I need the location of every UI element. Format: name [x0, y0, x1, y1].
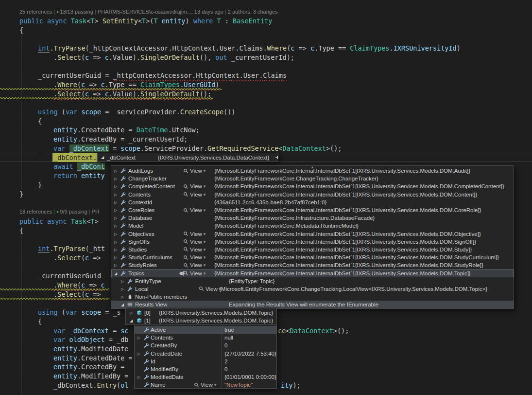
- expand-icon[interactable]: ▷: [114, 263, 117, 268]
- expand-icon[interactable]: ▷: [114, 192, 117, 197]
- codelens-history[interactable]: PH: [92, 209, 99, 215]
- watch-row[interactable]: ▷StudyCurriculumsView▾{Microsoft.EntityF…: [111, 253, 514, 261]
- datatip-header[interactable]: ◢ _dbContext {IXRS.University.Services.D…: [97, 153, 278, 162]
- collapse-icon[interactable]: ◢: [101, 155, 104, 160]
- watch-row[interactable]: Id2: [135, 358, 276, 365]
- property-icon: [144, 327, 149, 333]
- watch-row[interactable]: ▷ContentsView▾{Microsoft.EntityFramework…: [111, 191, 514, 198]
- expand-icon[interactable]: ▷: [130, 311, 133, 315]
- view-link[interactable]: View▾: [183, 183, 206, 189]
- member-value: 0: [224, 342, 227, 348]
- watch-row[interactable]: ◢[1]{IXRS.University.Services.Models.DOM…: [126, 317, 276, 324]
- view-dropdown-icon[interactable]: ▾: [204, 247, 206, 252]
- expand-icon[interactable]: ▷: [114, 224, 117, 228]
- watch-row[interactable]: ▷Contentsnull: [135, 334, 276, 341]
- watch-row[interactable]: ▷AuditLogsView▾{Microsoft.EntityFramewor…: [111, 167, 514, 175]
- view-dropdown-icon[interactable]: ▾: [204, 208, 206, 213]
- view-link[interactable]: View▾: [183, 239, 206, 245]
- expand-icon[interactable]: ▷: [121, 287, 124, 291]
- watch-row[interactable]: ▷ChangeTracker{Microsoft.EntityFramework…: [111, 175, 514, 182]
- watch-row[interactable]: ▷Model{Microsoft.EntityFrameworkCore.Met…: [111, 222, 514, 230]
- member-value: {EntityType: Topic}: [229, 278, 275, 284]
- member-name: ChangeTracker: [128, 176, 167, 181]
- codelens-references[interactable]: 25 references: [19, 9, 52, 15]
- watch-row[interactable]: ▷Database{Microsoft.EntityFrameworkCore.…: [111, 214, 514, 222]
- codelens-tests[interactable]: 13/13 passing: [60, 9, 93, 15]
- expand-icon[interactable]: ▷: [114, 169, 117, 173]
- view-link[interactable]: View▾: [183, 192, 206, 198]
- view-link[interactable]: View▾: [194, 382, 216, 388]
- view-link[interactable]: View▾: [183, 207, 206, 213]
- view-link[interactable]: View▾: [183, 270, 206, 276]
- codelens-tests[interactable]: 9/9 passing: [60, 209, 87, 215]
- expand-icon[interactable]: ▷: [114, 239, 117, 244]
- property-icon: [127, 286, 133, 291]
- collapse-icon[interactable]: ◢: [114, 271, 117, 275]
- code-line: }: [38, 180, 42, 190]
- expand-icon[interactable]: ▷: [114, 177, 117, 181]
- view-link[interactable]: View▾: [183, 231, 206, 237]
- member-value: null: [224, 335, 233, 341]
- watch-row[interactable]: ▷ModifiedDate{01/01/0001 0:00:00}: [135, 373, 276, 381]
- expand-icon[interactable]: ▷: [137, 336, 140, 340]
- view-link[interactable]: View▾: [199, 286, 221, 292]
- view-link[interactable]: View▾: [183, 247, 206, 252]
- watch-row[interactable]: ▷CoreRolesView▾{Microsoft.EntityFramewor…: [111, 206, 514, 214]
- member-value: {Microsoft.EntityFrameworkCore.ChangeTra…: [219, 286, 487, 292]
- expand-icon[interactable]: ▷: [137, 375, 140, 379]
- watch-row[interactable]: Activetrue: [135, 326, 276, 334]
- view-dropdown-icon[interactable]: ▾: [204, 263, 206, 268]
- pin-icon[interactable]: [275, 155, 278, 160]
- expand-icon[interactable]: ▷: [137, 351, 140, 356]
- watch-row[interactable]: NameView▾"NewTopic": [135, 381, 276, 389]
- view-link[interactable]: View▾: [183, 168, 206, 174]
- expand-icon[interactable]: ▷: [114, 184, 117, 189]
- expand-icon[interactable]: ▷: [121, 279, 124, 283]
- watch-row[interactable]: ModifiedBy0: [135, 365, 276, 373]
- datatip-expression: _dbContext: [107, 155, 136, 161]
- view-dropdown-icon[interactable]: ▾: [204, 271, 206, 276]
- code-line: int.TryParse(_htt: [38, 244, 105, 253]
- collapse-icon[interactable]: ◢: [130, 319, 133, 323]
- view-link[interactable]: View▾: [183, 262, 206, 268]
- watch-row[interactable]: ▷[0]{IXRS.University.Services.Models.DOM…: [126, 309, 276, 317]
- code-line: int.TryParse(_httpContextAccessor.HttpCo…: [38, 44, 461, 53]
- codelens-references[interactable]: 18 references: [19, 209, 52, 215]
- view-dropdown-icon[interactable]: ▾: [204, 255, 206, 260]
- view-link[interactable]: View▾: [183, 254, 206, 260]
- expand-icon[interactable]: ▷: [121, 295, 124, 299]
- collapse-icon[interactable]: ◢: [121, 303, 124, 307]
- codelens-history[interactable]: PHARMS-SERVICES\c-osaavedrajim..., 13 da…: [98, 9, 223, 15]
- watch-row[interactable]: ▷ObjectivesView▾{Microsoft.EntityFramewo…: [111, 230, 514, 238]
- view-dropdown-icon[interactable]: ▾: [214, 382, 217, 387]
- expand-icon[interactable]: ▷: [114, 216, 117, 220]
- watch-row[interactable]: ▷StudiesView▾{Microsoft.EntityFrameworkC…: [111, 246, 514, 253]
- expand-icon[interactable]: ▷: [114, 200, 117, 204]
- member-value: {01/01/0001 0:00:00}: [224, 374, 276, 380]
- property-icon: [120, 270, 126, 276]
- view-dropdown-icon[interactable]: ▾: [204, 168, 206, 173]
- view-dropdown-icon[interactable]: ▾: [204, 232, 206, 236]
- watch-row[interactable]: ▷EntityType{EntityType: Topic}: [111, 277, 514, 285]
- expand-icon[interactable]: ▷: [114, 208, 117, 213]
- watch-row[interactable]: ▷ContextId{436a6511-2cc6-435b-bae8-2b47a…: [111, 198, 514, 206]
- watch-row[interactable]: ▷CompletedContentView▾{Microsoft.EntityF…: [111, 182, 514, 190]
- watch-row[interactable]: ▷StudyRolesView▾{Microsoft.EntityFramewo…: [111, 261, 514, 269]
- watch-row[interactable]: ◢TopicsView▾{Microsoft.EntityFrameworkCo…: [111, 269, 514, 277]
- codelens-authors[interactable]: 2 authors, 3 changes: [228, 9, 278, 15]
- watch-row[interactable]: ▷CreatedDate{27/10/2022 7:53:40}: [135, 350, 276, 358]
- watch-row[interactable]: ◢Results ViewExpanding the Results View …: [111, 301, 514, 308]
- view-dropdown-icon[interactable]: ▾: [204, 192, 206, 197]
- expand-icon[interactable]: ▷: [114, 232, 117, 236]
- expand-icon[interactable]: ▷: [114, 247, 117, 251]
- watch-row[interactable]: ▷SignOffsView▾{Microsoft.EntityFramework…: [111, 238, 514, 246]
- view-dropdown-icon[interactable]: ▾: [204, 239, 206, 244]
- view-dropdown-icon[interactable]: ▾: [204, 184, 206, 189]
- expand-icon[interactable]: ▷: [114, 255, 117, 260]
- member-value: {Microsoft.EntityFrameworkCore.Internal.…: [214, 262, 483, 268]
- watch-row[interactable]: ▷LocalView▾{Microsoft.EntityFrameworkCor…: [111, 285, 514, 293]
- watch-row[interactable]: CreatedBy0: [135, 341, 276, 349]
- member-name: CreatedBy: [151, 342, 177, 348]
- view-label: View: [190, 183, 202, 189]
- watch-row[interactable]: ▷Non-Public members: [111, 293, 514, 301]
